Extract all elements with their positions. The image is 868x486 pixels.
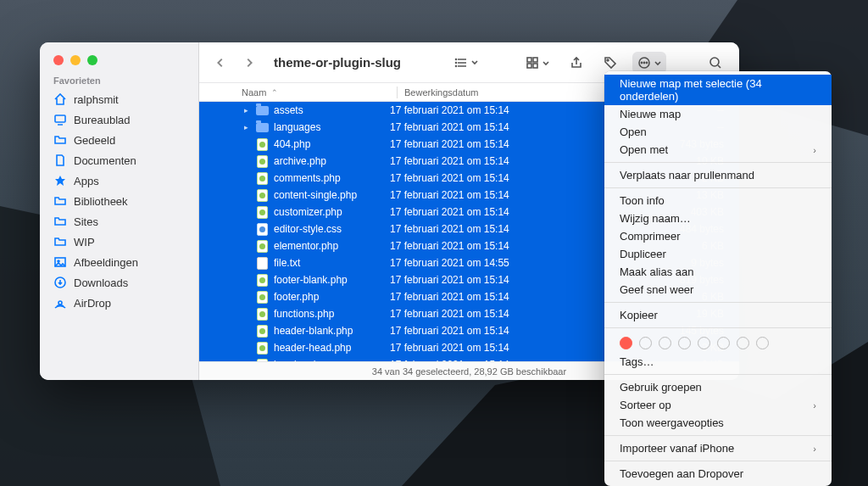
txt-icon [255,256,269,270]
desktop-icon [53,113,67,126]
menu-item[interactable]: Nieuwe map [604,105,832,123]
tag-dot[interactable] [659,337,671,349]
svg-point-5 [58,301,62,304]
folder-icon [53,235,67,249]
sidebar-item-bibliotheek[interactable]: Bibliotheek [45,191,193,211]
sidebar: Favorieten ralphsmitBureaubladGedeeldDoc… [40,42,199,380]
window-controls [40,42,198,74]
menu-item[interactable]: Open met› [604,141,832,159]
menu-separator [604,187,832,188]
view-list-button[interactable] [449,52,483,74]
folder-icon [53,133,67,147]
disclose-icon[interactable]: ▸ [242,106,250,115]
window-title: theme-or-plugin-slug [274,55,401,70]
search-button[interactable] [704,52,727,74]
group-button[interactable] [520,52,554,74]
menu-item[interactable]: Importeer vanaf iPhone› [604,439,832,457]
svg-point-19 [643,62,644,63]
php-icon [255,188,269,202]
file-date: 17 februari 2021 om 15:14 [390,342,583,354]
menu-item[interactable]: Gebruik groepen [604,378,832,396]
php-icon [255,205,269,219]
sidebar-item-label: Gedeeld [74,134,115,147]
menu-item-tags[interactable]: Tags… [604,353,832,371]
svg-point-10 [456,62,457,63]
menu-item[interactable]: Toon info [604,192,832,209]
doc-icon [53,154,67,167]
share-button[interactable] [565,52,588,74]
sidebar-item-apps[interactable]: Apps [45,170,193,191]
sidebar-item-label: Bibliotheek [74,195,128,208]
tag-dot[interactable] [756,337,769,349]
forward-button[interactable] [240,53,259,72]
menu-item[interactable]: Dupliceer [604,245,832,263]
action-menu-button[interactable] [632,52,666,74]
file-name: 404.php [274,138,310,150]
tag-dot[interactable] [620,337,632,349]
sidebar-item-label: ralphsmit [74,93,119,106]
php-icon [255,307,269,321]
sidebar-item-bureaublad[interactable]: Bureaublad [45,109,193,130]
tag-dot[interactable] [698,337,710,349]
file-date: 17 februari 2021 om 15:14 [390,274,583,286]
sidebar-item-label: Afbeeldingen [74,256,138,269]
sidebar-item-afbeeldingen[interactable]: Afbeeldingen [45,252,193,272]
menu-item[interactable]: Wijzig naam… [604,209,832,227]
php-icon [255,154,269,168]
tag-button[interactable] [598,52,622,74]
menu-item[interactable]: Open [604,123,832,141]
menu-item[interactable]: Toevoegen aan Dropover [604,465,832,483]
close-button[interactable] [53,55,64,65]
menu-item[interactable]: Verplaats naar prullenmand [604,166,832,184]
apps-icon [53,174,67,187]
folder-icon [53,215,67,228]
svg-point-21 [710,58,719,66]
file-date: 17 februari 2021 om 15:14 [390,291,583,303]
sidebar-item-ralphsmit[interactable]: ralphsmit [45,89,193,109]
php-icon [255,324,269,338]
col-date[interactable]: Bewerkingsdatum [404,87,598,98]
chevron-right-icon: › [813,444,816,454]
tag-dot[interactable] [639,337,652,349]
file-name: customizer.php [274,206,342,218]
sidebar-item-airdrop[interactable]: AirDrop [45,293,193,313]
sidebar-item-downloads[interactable]: Downloads [45,272,193,293]
download-icon [53,276,67,289]
menu-item[interactable]: Comprimeer [604,227,832,245]
file-date: 17 februari 2021 om 14:55 [390,257,583,269]
file-date: 17 februari 2021 om 15:14 [390,325,583,337]
menu-item[interactable]: Nieuwe map met selectie (34 onderdelen) [604,75,832,105]
back-button[interactable] [211,53,230,72]
col-name[interactable]: Naam⌃ [199,87,390,98]
svg-rect-14 [527,64,531,68]
menu-separator [604,461,832,461]
menu-item[interactable]: Kopieer [604,306,832,324]
file-date: 17 februari 2021 om 15:14 [390,172,583,184]
airdrop-icon [53,296,67,310]
tag-dot[interactable] [678,337,691,349]
menu-item[interactable]: Toon weergaveopties [604,414,832,432]
svg-point-11 [456,65,457,66]
sidebar-item-gedeeld[interactable]: Gedeeld [45,130,193,150]
tag-dot[interactable] [737,337,749,349]
sidebar-item-label: Apps [74,175,99,187]
sidebar-item-wip[interactable]: WIP [45,232,193,252]
disclose-icon[interactable]: ▸ [242,123,250,131]
sidebar-item-sites[interactable]: Sites [45,211,193,232]
menu-item[interactable]: Geef snel weer [604,281,832,299]
menu-separator [604,374,832,375]
menu-item[interactable]: Maak alias aan [604,263,832,281]
sidebar-item-documenten[interactable]: Documenten [45,150,193,170]
file-name: header-blank.php [274,325,353,337]
menu-item[interactable]: Sorteer op› [604,396,832,414]
minimize-button[interactable] [70,55,81,65]
tag-dot[interactable] [717,337,730,349]
php-icon [255,290,269,304]
file-name: elementor.php [274,240,338,252]
file-name: footer.php [274,291,319,303]
menu-separator [604,435,832,436]
context-menu: Nieuwe map met selectie (34 onderdelen)N… [604,71,832,486]
php-icon [255,341,269,355]
file-date: 17 februari 2021 om 15:14 [390,223,583,235]
zoom-button[interactable] [87,55,97,65]
